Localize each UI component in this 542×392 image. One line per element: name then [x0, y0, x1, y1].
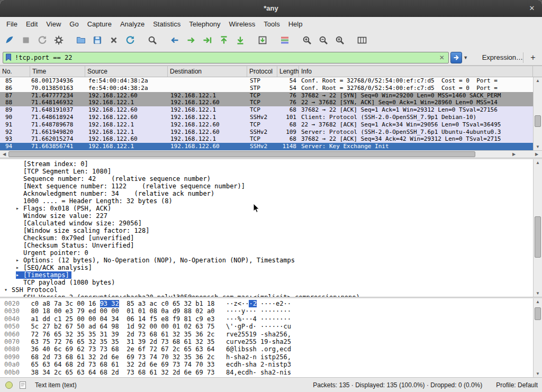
detail-line[interactable]: ▾SSH Protocol [4, 286, 60, 294]
hex-line[interactable]: 0060 72 76 65 32 35 35 31 39 2d 73 68 61… [4, 331, 542, 338]
packet-row[interactable]: 8971.648191037192.168.122.60192.168.122.… [0, 106, 533, 114]
go-forward-button[interactable] [184, 33, 198, 48]
menu-item-wireless[interactable]: Wireless [224, 19, 259, 30]
detail-line[interactable]: [Calculated window size: 29056] [16, 220, 144, 227]
detail-line[interactable]: ▸Flags: 0x018 (PSH, ACK) [16, 205, 113, 212]
packet-row[interactable]: 8871.648146932192.168.122.1192.168.122.6… [0, 99, 533, 106]
add-filter-button[interactable]: + [528, 53, 538, 62]
filter-clear-icon[interactable]: ✕ [438, 54, 446, 61]
expander-down-icon[interactable]: ▾ [4, 286, 12, 294]
restart-capture-button[interactable] [35, 33, 50, 48]
reload-file-button[interactable] [123, 33, 138, 48]
hex-line[interactable]: 0080 36 40 6c 69 62 73 73 68 2e 6f 72 67… [4, 345, 542, 353]
detail-line[interactable]: [Window size scaling factor: 128] [16, 227, 151, 234]
expression-button[interactable]: Expression… [482, 53, 523, 61]
detail-line[interactable]: Acknowledgment number: 34 (relative ack … [16, 190, 216, 197]
column-header-time[interactable]: Time [30, 66, 85, 77]
hex-line[interactable]: 0030 80 18 00 e3 79 ed 00 00 01 01 08 0a… [4, 307, 542, 315]
hex-line[interactable]: 0090 68 2d 73 68 61 32 2d 6e 69 73 74 70… [4, 353, 542, 361]
packet-row[interactable]: 9371.662015274192.168.122.60192.168.122.… [0, 135, 533, 143]
column-header-source[interactable]: Source [85, 66, 168, 77]
packet-row[interactable]: 9271.661949820192.168.122.1192.168.122.6… [0, 129, 533, 136]
stop-capture-button[interactable] [19, 33, 33, 48]
packet-list-scrollbar[interactable]: ▲ ▼ [533, 77, 542, 150]
column-header-info[interactable]: Info [299, 66, 533, 77]
scroll-right-icon[interactable]: ▶ [510, 151, 518, 158]
detail-line[interactable]: Urgent pointer: 0 [16, 249, 91, 257]
menu-item-view[interactable]: View [42, 19, 65, 30]
capture-comments-icon[interactable] [18, 380, 28, 390]
detail-line[interactable]: ▸[Timestamps] [16, 271, 71, 279]
zoom-out-button[interactable] [316, 33, 331, 48]
packet-row[interactable]: 8568.001734936fe:54:00:d4:38:2aSTP54Conf… [0, 77, 533, 85]
scroll-down-icon[interactable]: ▼ [534, 143, 542, 150]
detail-line[interactable]: [Next sequence number: 1122 (relative se… [16, 183, 247, 190]
go-first-packet-button[interactable] [216, 33, 231, 48]
save-file-button[interactable] [90, 33, 105, 48]
go-to-packet-button[interactable] [200, 33, 215, 48]
packet-row[interactable]: 8670.013850163fe:54:00:d4:38:2aSTP54Conf… [0, 85, 533, 92]
find-packet-button[interactable] [145, 33, 160, 48]
hex-line[interactable]: 00b0 38 34 2c 65 63 64 68 2d 73 68 61 32… [4, 369, 542, 376]
titlebar[interactable]: *any ✕ [0, 0, 542, 17]
packet-row[interactable]: 9471.663856741192.168.122.1192.168.122.6… [0, 143, 533, 150]
close-window-button[interactable]: ✕ [527, 4, 537, 13]
colorize-packets-button[interactable] [277, 33, 292, 48]
packet-row[interactable]: 8771.647777234192.168.122.60192.168.122.… [0, 92, 533, 99]
details-scrollbar[interactable]: ▲ ▼ [533, 159, 542, 297]
detail-line[interactable]: Window size value: 227 [16, 212, 110, 220]
detail-line[interactable]: [TCP Segment Len: 1080] [16, 168, 113, 175]
scrollbar-thumb[interactable] [535, 115, 541, 127]
column-header-no[interactable]: No. [0, 66, 30, 77]
go-back-button[interactable] [167, 33, 182, 48]
menu-item-help[interactable]: Help [284, 19, 307, 30]
start-capture-button[interactable] [2, 33, 17, 48]
hscrollbar-thumb[interactable] [8, 151, 475, 157]
menu-item-statistics[interactable]: Statistics [149, 19, 185, 30]
filter-dropdown-icon[interactable]: ▼ [462, 55, 469, 60]
detail-line[interactable]: ▸Options: (12 bytes), No-Operation (NOP)… [16, 257, 297, 264]
scroll-down-icon[interactable]: ▼ [534, 290, 542, 297]
hex-line[interactable]: 0070 63 75 72 76 65 32 35 35 31 39 2d 73… [4, 338, 542, 345]
menu-item-file[interactable]: File [2, 19, 22, 30]
auto-scroll-button[interactable] [255, 33, 270, 48]
menu-item-capture[interactable]: Capture [83, 19, 116, 30]
menu-item-go[interactable]: Go [65, 19, 83, 30]
column-header-length[interactable]: Length [277, 66, 299, 77]
go-last-packet-button[interactable] [233, 33, 248, 48]
detail-line[interactable]: [Stream index: 0] [16, 160, 91, 168]
filter-bookmark-icon[interactable] [5, 53, 13, 62]
menu-item-tools[interactable]: Tools [259, 19, 284, 30]
open-file-button[interactable] [74, 33, 88, 48]
display-filter-input[interactable]: !tcp.port == 22 ✕ [3, 52, 449, 63]
detail-line[interactable]: SSH Version 2 (encryption:chacha20-poly1… [16, 294, 362, 297]
expander-right-icon[interactable]: ▸ [16, 205, 23, 212]
packet-list-hscrollbar[interactable]: ◀ ▶ ▶ [0, 150, 542, 158]
scroll-left-icon[interactable]: ◀ [1, 151, 8, 158]
column-header-destination[interactable]: Destination [168, 66, 247, 77]
zoom-in-button[interactable] [300, 33, 314, 48]
scroll-down-icon[interactable]: ▼ [534, 370, 542, 377]
scroll-up-icon[interactable]: ▲ [534, 77, 542, 84]
hex-line[interactable]: 0050 5c 27 b2 67 50 ad 64 98 1d 92 00 00… [4, 323, 542, 330]
scroll-up-icon[interactable]: ▲ [534, 298, 542, 305]
zoom-normal-button[interactable] [332, 33, 347, 48]
expander-right-icon[interactable]: ▸ [16, 271, 23, 279]
expander-right-icon[interactable]: ▸ [16, 264, 23, 271]
detail-line[interactable]: Checksum: 0x79ed [unverified] [16, 234, 137, 242]
scroll-right-end-icon[interactable]: ▶ [533, 151, 540, 158]
detail-line[interactable]: Sequence number: 42 (relative sequence n… [16, 175, 213, 183]
detail-line[interactable]: [Checksum Status: Unverified] [16, 242, 137, 249]
scrollbar-thumb[interactable] [535, 307, 541, 320]
hex-line[interactable]: 0020 c0 a8 7a 3c 00 16 93 32 85 a3 ac c0… [4, 300, 542, 307]
bytes-scrollbar[interactable]: ▲ ▼ [533, 298, 542, 377]
resize-columns-button[interactable] [355, 33, 369, 48]
detail-line[interactable]: 1000 .... = Header Length: 32 bytes (8) [16, 197, 175, 205]
menu-item-telephony[interactable]: Telephony [185, 19, 224, 30]
hex-line[interactable]: 00a0 65 63 64 68 2d 73 68 61 32 2d 6e 69… [4, 361, 542, 368]
menu-item-edit[interactable]: Edit [22, 19, 42, 30]
expert-info-icon[interactable] [4, 380, 14, 390]
scrollbar-thumb[interactable] [535, 216, 541, 258]
packet-row[interactable]: 9071.648618924192.168.122.60192.168.122.… [0, 114, 533, 121]
hex-line[interactable]: 0040 a1 dd c1 25 00 00 04 34 06 14 f5 e8… [4, 315, 542, 323]
